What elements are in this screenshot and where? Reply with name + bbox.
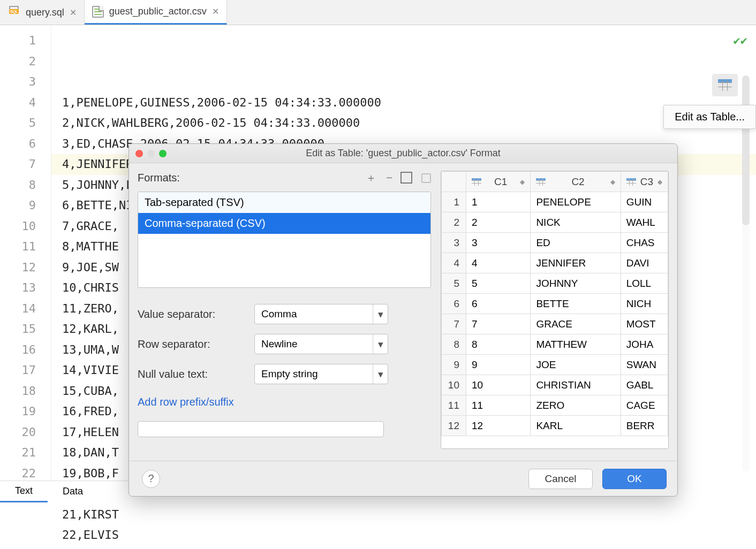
copy-format-icon[interactable] xyxy=(402,173,412,183)
value-separator-dropdown[interactable]: Comma ▾ xyxy=(254,304,388,324)
table-cell[interactable]: 8 xyxy=(466,334,531,355)
table-cell[interactable]: ZERO xyxy=(531,395,621,416)
table-cell[interactable]: 1 xyxy=(466,192,531,212)
sort-icon[interactable]: ◆ xyxy=(520,178,525,186)
table-cell[interactable]: ED xyxy=(531,233,621,253)
vertical-scrollbar[interactable] xyxy=(742,75,750,471)
table-cell[interactable]: NICK xyxy=(531,212,621,233)
table-row[interactable]: 88MATTHEWJOHA xyxy=(442,334,668,355)
table-cell[interactable]: WAHL xyxy=(621,212,668,233)
table-cell[interactable]: SWAN xyxy=(621,355,668,375)
tabs-bar: SQL query.sql ✕ guest_public_actor.csv ✕ xyxy=(0,0,756,25)
table-cell[interactable]: JOHNNY xyxy=(531,273,621,294)
table-cell[interactable]: BETTE xyxy=(531,294,621,314)
edit-as-table-tooltip[interactable]: Edit as Table... xyxy=(663,105,756,129)
table-cell[interactable]: GABL xyxy=(621,375,668,395)
tab-query-sql[interactable]: SQL query.sql ✕ xyxy=(0,0,85,25)
remove-format-icon[interactable]: − xyxy=(386,172,392,184)
table-icon xyxy=(626,178,636,186)
table-cell[interactable]: 11 xyxy=(466,395,531,416)
table-cell[interactable]: GUIN xyxy=(621,192,668,212)
table-cell[interactable]: 10 xyxy=(466,375,531,395)
column-label: C2 xyxy=(571,176,584,188)
row-separator-dropdown[interactable]: Newline ▾ xyxy=(254,334,388,354)
table-cell[interactable]: DAVI xyxy=(621,253,668,273)
table-row[interactable]: 99JOESWAN xyxy=(442,355,668,375)
null-value-label: Null value text: xyxy=(138,368,245,380)
table-row[interactable]: 1212KARLBERR xyxy=(442,416,668,436)
row-separator-value: Newline xyxy=(261,338,298,350)
table-cell[interactable]: MATTHEW xyxy=(531,334,621,355)
code-line[interactable]: 1,PENELOPE,GUINESS,2006-02-15 04:34:33.0… xyxy=(62,93,756,113)
table-cell[interactable]: 5 xyxy=(466,273,531,294)
table-row[interactable]: 11PENELOPEGUIN xyxy=(442,192,668,212)
table-cell[interactable]: 4 xyxy=(466,253,531,273)
dialog-titlebar: Edit as Table: 'guest_public_actor.csv' … xyxy=(129,144,677,163)
table-cell[interactable]: CHRISTIAN xyxy=(531,375,621,395)
code-line[interactable]: 21,KIRST xyxy=(62,505,756,525)
row-number: 1 xyxy=(442,192,466,212)
scrollbar-thumb[interactable] xyxy=(742,75,750,225)
sort-icon[interactable]: ◆ xyxy=(657,178,662,186)
table-cell[interactable]: PENELOPE xyxy=(531,192,621,212)
table-row[interactable]: 66BETTENICH xyxy=(442,294,668,314)
close-icon[interactable]: ✕ xyxy=(70,7,77,18)
table-row[interactable]: 44JENNIFERDAVI xyxy=(442,253,668,273)
table-cell[interactable]: CAGE xyxy=(621,395,668,416)
table-cell[interactable]: 3 xyxy=(466,233,531,253)
null-value-dropdown[interactable]: Empty string ▾ xyxy=(254,364,388,384)
bottom-tab-text[interactable]: Text xyxy=(0,481,48,502)
help-button[interactable]: ? xyxy=(142,470,160,488)
column-header[interactable]: C2◆ xyxy=(531,172,621,192)
row-number: 11 xyxy=(442,395,466,416)
clipped-panel xyxy=(138,421,384,437)
row-number: 7 xyxy=(442,314,466,334)
row-number: 4 xyxy=(442,253,466,273)
table-row[interactable]: 22NICKWAHL xyxy=(442,212,668,233)
chevron-down-icon: ▾ xyxy=(373,334,388,354)
edit-as-table-button[interactable] xyxy=(712,74,738,96)
ok-button[interactable]: OK xyxy=(602,469,667,489)
table-cell[interactable]: JOE xyxy=(531,355,621,375)
add-row-prefix-suffix-link[interactable]: Add row prefix/suffix xyxy=(138,394,431,408)
table-cell[interactable]: 9 xyxy=(466,355,531,375)
table-cell[interactable]: BERR xyxy=(621,416,668,436)
table-cell[interactable]: JOHA xyxy=(621,334,668,355)
format-item[interactable]: Tab-separated (TSV) xyxy=(138,192,430,213)
table-cell[interactable]: JENNIFER xyxy=(531,253,621,273)
table-cell[interactable]: GRACE xyxy=(531,314,621,334)
table-cell[interactable]: 2 xyxy=(466,212,531,233)
table-cell[interactable]: MOST xyxy=(621,314,668,334)
row-number: 3 xyxy=(442,233,466,253)
table-row[interactable]: 1111ZEROCAGE xyxy=(442,395,668,416)
row-separator-label: Row separator: xyxy=(138,338,245,350)
format-item[interactable]: Comma-separated (CSV) xyxy=(138,213,430,234)
table-cell[interactable]: 6 xyxy=(466,294,531,314)
table-cell[interactable]: 12 xyxy=(466,416,531,436)
table-row[interactable]: 1010CHRISTIANGABL xyxy=(442,375,668,395)
table-cell[interactable]: KARL xyxy=(531,416,621,436)
table-cell[interactable]: NICH xyxy=(621,294,668,314)
null-value-value: Empty string xyxy=(261,368,318,380)
table-row[interactable]: 55JOHNNYLOLL xyxy=(442,273,668,294)
code-line[interactable]: 2,NICK,WAHLBERG,2006-02-15 04:34:33.0000… xyxy=(62,113,756,134)
cancel-button[interactable]: Cancel xyxy=(528,469,593,489)
format-config: Value separator: Comma ▾ Row separator: … xyxy=(138,304,431,437)
chevron-down-icon: ▾ xyxy=(373,364,388,384)
table-row[interactable]: 33EDCHAS xyxy=(442,233,668,253)
close-icon[interactable]: ✕ xyxy=(212,6,219,17)
value-separator-value: Comma xyxy=(261,308,297,320)
table-cell[interactable]: LOLL xyxy=(621,273,668,294)
row-number: 10 xyxy=(442,375,466,395)
table-row[interactable]: 77GRACEMOST xyxy=(442,314,668,334)
tab-guest-public-actor-csv[interactable]: guest_public_actor.csv ✕ xyxy=(85,0,227,25)
bottom-tab-data[interactable]: Data xyxy=(48,482,98,501)
add-format-icon[interactable]: ＋ xyxy=(366,171,376,185)
formats-list[interactable]: Tab-separated (TSV)Comma-separated (CSV) xyxy=(138,192,431,288)
table-cell[interactable]: CHAS xyxy=(621,233,668,253)
column-header[interactable]: C3◆ xyxy=(621,172,668,192)
table-cell[interactable]: 7 xyxy=(466,314,531,334)
code-line[interactable]: 22,ELVIS xyxy=(62,525,756,546)
column-header[interactable]: C1◆ xyxy=(466,172,531,192)
sort-icon[interactable]: ◆ xyxy=(610,178,615,186)
